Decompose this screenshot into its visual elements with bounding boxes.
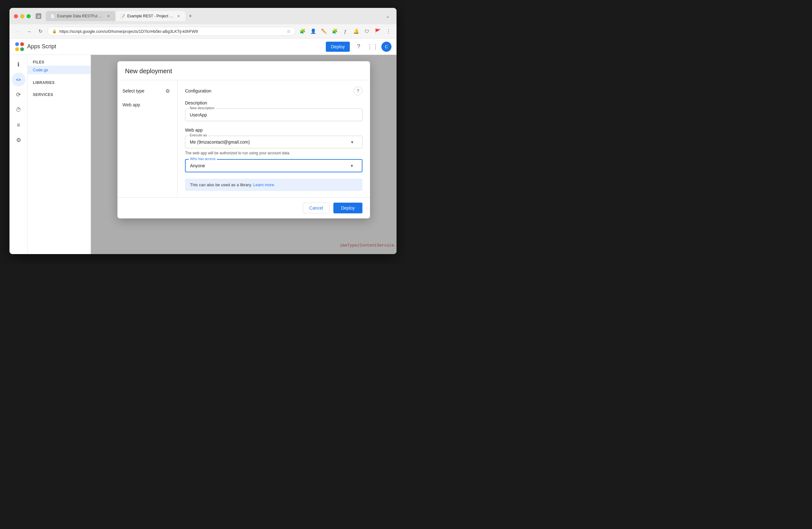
execute-as-helper-text: The web app will be authorized to run us… xyxy=(185,151,362,155)
tab-1-title: Example Data RESTFul API - Go xyxy=(57,14,103,18)
description-field-group: Description New description xyxy=(185,100,362,121)
app-name: Apps Script xyxy=(27,43,56,50)
execute-as-field-wrapper: Execute as Me (9mzacontact@gmail.com) ▾ xyxy=(185,136,362,148)
browser-sidebar-icon[interactable]: ▤ xyxy=(36,13,41,19)
forward-button[interactable]: → xyxy=(25,27,33,36)
libraries-title: Libraries xyxy=(28,79,91,86)
sidebar: ℹ <> ⟳ ⏱ ≡ ⚙ xyxy=(10,55,28,254)
browser-window: ▤ 📄 Example Data RESTFul API - Go ✕ 📝 Ex… xyxy=(10,8,396,254)
shield-icon[interactable]: 🛡 xyxy=(362,27,371,36)
tab-list-icon[interactable]: ⌄ xyxy=(383,12,392,20)
web-app-field-group: Web app Execute as Me (9mzacontact@gmail… xyxy=(185,128,362,172)
learn-more-link[interactable]: Learn more xyxy=(253,182,274,187)
apps-script-logo xyxy=(15,42,25,52)
help-icon[interactable]: ? xyxy=(353,42,364,52)
select-type-gear-button[interactable]: ⚙ xyxy=(163,87,172,95)
tab-2-favicon: 📝 xyxy=(120,14,125,18)
who-has-access-select[interactable]: AnyoneOnly myselfAnyone within organizat… xyxy=(190,163,357,168)
back-button[interactable]: ← xyxy=(13,27,22,36)
web-app-label: Web app xyxy=(185,128,362,133)
sidebar-item-settings[interactable]: ⚙ xyxy=(12,133,26,147)
lock-icon: 🔒 xyxy=(52,29,57,33)
svg-point-3 xyxy=(20,47,24,51)
tabs-bar: 📄 Example Data RESTFul API - Go ✕ 📝 Exam… xyxy=(44,11,380,21)
info-box: This can also be used as a library. Lear… xyxy=(185,179,362,191)
app-header: Apps Script Deploy ? ⋮⋮ C xyxy=(10,39,396,55)
tab-1-favicon: 📄 xyxy=(50,14,55,18)
execute-as-floating-label: Execute as xyxy=(188,133,208,137)
svg-point-2 xyxy=(15,47,19,51)
execute-as-select[interactable]: Me (9mzacontact@gmail.com) xyxy=(190,139,358,145)
user-avatar[interactable]: C xyxy=(381,42,391,52)
tab-2-title: Example REST - Project Editor xyxy=(127,14,173,18)
modal-right-header: Configuration ? xyxy=(185,87,362,95)
pencil-icon[interactable]: ✏️ xyxy=(319,27,328,36)
deploy-submit-button[interactable]: Deploy xyxy=(333,203,362,214)
services-title: Services xyxy=(28,91,91,98)
bell-icon[interactable]: 🔔 xyxy=(352,27,361,36)
title-bar: ▤ 📄 Example Data RESTFul API - Go ✕ 📝 Ex… xyxy=(10,8,396,24)
sidebar-item-history[interactable]: ⟳ xyxy=(12,88,26,102)
menu-icon[interactable]: ⋮ xyxy=(384,27,393,36)
puzzle-icon[interactable]: 🧩 xyxy=(330,27,339,36)
modal-footer: Cancel Deploy xyxy=(117,197,370,218)
sidebar-item-logs[interactable]: ≡ xyxy=(12,118,26,132)
configuration-label: Configuration xyxy=(185,88,211,93)
configuration-help-button[interactable]: ? xyxy=(353,87,362,95)
deploy-button[interactable]: Deploy xyxy=(326,42,350,52)
modal-title: New deployment xyxy=(125,68,362,75)
refresh-button[interactable]: ↻ xyxy=(36,27,45,36)
tab-1[interactable]: 📄 Example Data RESTFul API - Go ✕ xyxy=(46,11,115,21)
flag-icon[interactable]: 🚩 xyxy=(373,27,382,36)
tab-2-close[interactable]: ✕ xyxy=(176,14,181,19)
extensions-icon[interactable]: 🧩 xyxy=(298,27,307,36)
sidebar-item-triggers[interactable]: ⏱ xyxy=(12,103,26,117)
modal-right-panel: Configuration ? Description New descript… xyxy=(177,80,370,197)
modal-body: Select type ⚙ Web app Configuration ? xyxy=(117,80,370,197)
sidebar-item-info[interactable]: ℹ xyxy=(12,57,26,71)
select-type-label: Select type xyxy=(122,88,144,93)
modal-left-header: Select type ⚙ xyxy=(117,85,177,99)
modal-overlay: New deployment Select type ⚙ Web app xyxy=(91,55,396,254)
file-panel: Files Code.gs Libraries Services xyxy=(28,55,91,254)
fullscreen-traffic-light[interactable] xyxy=(27,14,31,18)
svg-point-1 xyxy=(20,42,24,46)
description-field-wrapper: New description xyxy=(185,108,362,121)
minimize-traffic-light[interactable] xyxy=(20,14,24,18)
who-has-access-floating-label: Who has access xyxy=(189,157,217,161)
bookmark-icon[interactable]: ☆ xyxy=(287,29,291,34)
description-input[interactable] xyxy=(190,112,358,117)
type-item-web-app[interactable]: Web app xyxy=(117,99,177,111)
modal-header: New deployment xyxy=(117,61,370,80)
svg-point-0 xyxy=(15,42,19,46)
app-logo: Apps Script xyxy=(15,42,56,52)
sidebar-item-code[interactable]: <> xyxy=(12,73,26,87)
new-tab-button[interactable]: + xyxy=(186,12,195,20)
file-item-code-gs[interactable]: Code.gs xyxy=(28,65,91,74)
who-has-access-select-wrapper: AnyoneOnly myselfAnyone within organizat… xyxy=(190,163,357,168)
close-traffic-light[interactable] xyxy=(14,14,18,18)
info-box-text: This can also be used as a library. xyxy=(190,182,252,187)
execute-as-select-wrapper: Me (9mzacontact@gmail.com) ▾ xyxy=(190,139,358,145)
app-content: Apps Script Deploy ? ⋮⋮ C ℹ <> ⟳ ⏱ ≡ ⚙ xyxy=(10,39,396,254)
nav-icons: 🧩 👤 ✏️ 🧩 ƒ 🔔 🛡 🚩 ⋮ xyxy=(298,27,393,36)
description-floating-label: New description xyxy=(188,106,216,110)
grid-icon[interactable]: ⋮⋮ xyxy=(367,42,378,52)
nav-bar: ← → ↻ 🔒 https://script.google.com/u/0/ho… xyxy=(10,24,396,39)
new-deployment-modal: New deployment Select type ⚙ Web app xyxy=(117,61,370,218)
profile-icon[interactable]: 👤 xyxy=(309,27,318,36)
cancel-button[interactable]: Cancel xyxy=(303,203,330,214)
traffic-lights xyxy=(14,14,31,18)
url-text: https://script.google.com/u/0/home/proje… xyxy=(59,29,284,34)
app-body: ℹ <> ⟳ ⏱ ≡ ⚙ Files Code.gs Libraries Ser… xyxy=(10,55,396,254)
who-has-access-field-wrapper: Who has access AnyoneOnly myselfAnyone w… xyxy=(185,159,362,172)
fx-icon[interactable]: ƒ xyxy=(341,27,350,36)
address-bar[interactable]: 🔒 https://script.google.com/u/0/home/pro… xyxy=(47,27,295,36)
tab-1-close[interactable]: ✕ xyxy=(106,14,111,19)
description-label: Description xyxy=(185,100,362,105)
code-area: imeType(ContentService. New deployment xyxy=(91,55,396,254)
tab-2[interactable]: 📝 Example REST - Project Editor ✕ xyxy=(116,11,185,21)
modal-left-panel: Select type ⚙ Web app xyxy=(117,80,177,197)
files-title: Files xyxy=(28,59,91,65)
